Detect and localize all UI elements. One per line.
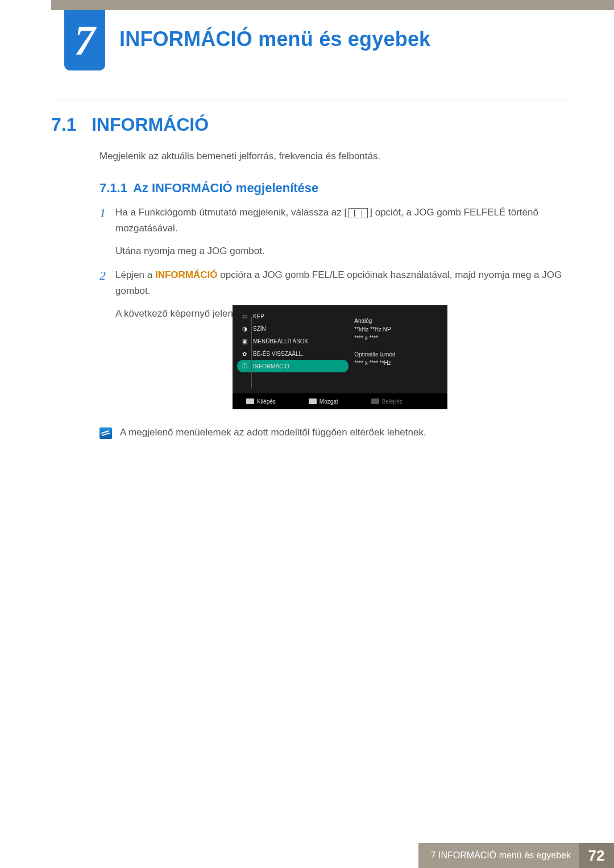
back-key-icon — [246, 398, 254, 404]
gear-icon: ✿ — [240, 350, 248, 357]
osd-info-line: Optimális ü.mód — [354, 350, 443, 359]
step-1: 1 Ha a Funkciógomb útmutató megjelenik, … — [99, 205, 566, 259]
osd-item-kep: ▭KÉP — [240, 310, 349, 322]
osd-foot-exit: Kilépés — [246, 398, 276, 405]
osd-footer: Kilépés Mozgat Belépés — [233, 393, 447, 409]
step-2-t1: Lépjen a — [115, 269, 155, 280]
subsection-title: Az INFORMÁCIÓ megjelenítése — [133, 181, 318, 195]
color-icon: ◑ — [240, 325, 248, 332]
osd-item-menubeall: ▣MENÜBEÁLLÍTÁSOK — [240, 335, 349, 347]
osd-item-szin: ◑SZÍN — [240, 322, 349, 335]
osd-info-panel: Analóg **kHz **Hz NP **** x **** Optimál… — [354, 305, 447, 393]
step-1-sub: Utána nyomja meg a JOG gombot. — [115, 243, 566, 259]
osd-foot-label: Mozgat — [320, 398, 338, 405]
section-title: INFORMÁCIÓ — [92, 114, 209, 135]
step-number: 1 — [99, 205, 115, 259]
chapter-number: 7 — [74, 16, 96, 65]
osd-foot-move: Mozgat — [309, 398, 338, 405]
osd-label: BE-ÉS VISSZAÁLL. — [253, 351, 304, 357]
page-footer: 7 INFORMÁCIÓ menü és egyebek 72 — [418, 843, 614, 868]
osd-foot-label: Belépés — [382, 398, 403, 405]
subsection-heading: 7.1.1Az INFORMÁCIÓ megjelenítése — [99, 181, 318, 196]
osd-info-line: **** x **** **Hz — [354, 359, 443, 367]
section-heading: 7.1 INFORMÁCIÓ — [51, 107, 209, 135]
menu-icon — [349, 208, 368, 218]
enter-key-icon — [371, 398, 379, 404]
osd-info-line: **kHz **Hz NP — [354, 325, 443, 334]
note-icon — [99, 427, 112, 439]
section-rule — [51, 101, 573, 101]
section-number: 7.1 — [51, 114, 76, 135]
chapter-badge: 7 — [64, 10, 105, 70]
osd-item-bevis: ✿BE-ÉS VISSZAÁLL. — [240, 347, 349, 360]
osd-info-line: **** x **** — [354, 334, 443, 342]
osd-label: INFORMÁCIÓ — [253, 363, 289, 369]
osd-label: SZÍN — [253, 326, 266, 332]
step-1-pre: Ha a Funkciógomb útmutató megjelenik, vá… — [115, 207, 347, 218]
picture-icon: ▭ — [240, 313, 248, 319]
osd-body: ▭KÉP ◑SZÍN ▣MENÜBEÁLLÍTÁSOK ✿BE-ÉS VISSZ… — [233, 305, 447, 393]
step-text: Ha a Funkciógomb útmutató megjelenik, vá… — [115, 205, 566, 259]
osd-menu-line — [251, 317, 252, 388]
footer-label: 7 INFORMÁCIÓ menü és egyebek — [418, 843, 579, 868]
subsection-number: 7.1.1 — [99, 181, 127, 195]
osd-info-group-1: Analóg **kHz **Hz NP **** x **** — [354, 317, 443, 342]
footer-page-number: 72 — [579, 843, 614, 868]
osd-info-group-2: Optimális ü.mód **** x **** **Hz — [354, 350, 443, 367]
step-2-highlight: INFORMÁCIÓ — [155, 269, 218, 280]
header-strip — [51, 0, 614, 10]
chapter-title: INFORMÁCIÓ menü és egyebek — [119, 27, 430, 51]
osd-info-line: Analóg — [354, 317, 443, 325]
osd-label: MENÜBEÁLLÍTÁSOK — [253, 338, 308, 344]
info-icon: ⓘ — [240, 363, 248, 369]
note: A megjelenő menüelemek az adott modelltő… — [99, 427, 426, 439]
osd-label: KÉP — [253, 313, 264, 319]
osd-item-info-selected: ⓘINFORMÁCIÓ — [237, 360, 349, 372]
step-number: 2 — [99, 267, 115, 322]
osd-menu: ▭KÉP ◑SZÍN ▣MENÜBEÁLLÍTÁSOK ✿BE-ÉS VISSZ… — [233, 305, 354, 393]
osd-foot-label: Kilépés — [257, 398, 276, 405]
osd-screenshot: ▭KÉP ◑SZÍN ▣MENÜBEÁLLÍTÁSOK ✿BE-ÉS VISSZ… — [233, 305, 447, 409]
section-intro: Megjelenik az aktuális bemeneti jelforrá… — [99, 151, 380, 162]
page: 7 INFORMÁCIÓ menü és egyebek 7.1 INFORMÁ… — [0, 0, 614, 868]
note-text: A megjelenő menüelemek az adott modelltő… — [120, 427, 426, 438]
settings-menu-icon: ▣ — [240, 338, 248, 344]
arrows-key-icon — [309, 398, 317, 404]
osd-foot-enter: Belépés — [371, 398, 403, 405]
